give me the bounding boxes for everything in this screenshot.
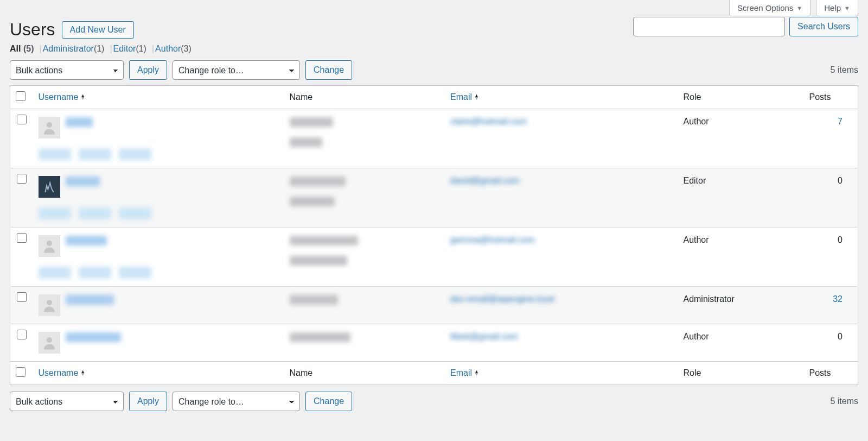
change-role-select[interactable]: Change role to… (173, 60, 300, 80)
role-value: Author (678, 228, 803, 287)
role-value: Author (678, 324, 803, 362)
name-value (290, 236, 358, 245)
posts-value: 0 (838, 176, 843, 185)
sort-icon: ▲▼ (474, 370, 479, 376)
filter-author[interactable]: Author (155, 44, 181, 54)
row-action[interactable] (39, 148, 71, 160)
row-actions (39, 267, 279, 279)
table-row: david@gmail.comEditor0 (10, 168, 858, 228)
select-all-top[interactable] (16, 91, 25, 101)
search-users-input[interactable] (633, 17, 785, 36)
help-tab[interactable]: Help ▼ (816, 0, 858, 16)
col-posts-foot: Posts (804, 362, 858, 385)
email-link[interactable]: claire@hotmail.com (450, 117, 527, 126)
table-row: dev-email@wpengine.localAdministrator32 (10, 287, 858, 324)
sort-icon: ▲▼ (80, 370, 85, 376)
row-actions (39, 148, 279, 160)
help-label: Help (824, 3, 841, 12)
bulk-actions-select-bottom[interactable]: Bulk actions (10, 392, 124, 411)
screen-options-tab[interactable]: Screen Options ▼ (729, 0, 810, 16)
avatar (39, 176, 60, 198)
col-username-sort[interactable]: Username▲▼ (39, 92, 86, 102)
row-action[interactable] (119, 207, 151, 219)
role-value: Administrator (678, 287, 803, 324)
chevron-down-icon: ▼ (844, 5, 850, 11)
role-value: Author (678, 109, 803, 168)
apply-bulk-button[interactable]: Apply (129, 60, 167, 80)
row-checkbox[interactable] (17, 115, 27, 124)
row-action[interactable] (119, 148, 151, 160)
change-role-button[interactable]: Change (305, 60, 352, 80)
avatar (39, 235, 60, 257)
username-link[interactable] (66, 177, 100, 186)
row-checkbox[interactable] (17, 292, 27, 302)
username-link[interactable] (66, 332, 121, 342)
items-count-bottom: 5 items (830, 396, 858, 406)
username-link[interactable] (66, 295, 114, 305)
page-title: Users (10, 20, 55, 40)
filter-editor[interactable]: Editor (113, 44, 136, 54)
username-link[interactable] (66, 236, 107, 245)
screen-options-label: Screen Options (737, 3, 793, 12)
search-users-button[interactable]: Search Users (789, 17, 858, 36)
col-posts: Posts (804, 86, 858, 109)
row-action[interactable] (79, 267, 111, 279)
row-actions (39, 207, 279, 219)
change-role-button-bottom[interactable]: Change (305, 392, 352, 411)
email-link[interactable]: gemma@hotmail.com (450, 235, 535, 244)
posts-link[interactable]: 7 (838, 117, 843, 126)
col-username-sort-foot[interactable]: Username▲▼ (39, 368, 86, 378)
name-extra (290, 256, 347, 266)
select-all-bottom[interactable] (16, 367, 25, 377)
name-extra (290, 137, 322, 147)
email-link[interactable]: dev-email@wpengine.local (450, 294, 554, 304)
svg-point-2 (47, 300, 52, 305)
col-name: Name (284, 86, 445, 109)
col-name-foot: Name (284, 362, 445, 385)
col-email-sort-foot[interactable]: Email▲▼ (450, 368, 479, 378)
name-extra (290, 197, 335, 206)
row-checkbox[interactable] (17, 330, 27, 339)
row-checkbox[interactable] (17, 174, 27, 184)
avatar (39, 117, 60, 138)
table-row: Mark@gmail.comAuthor0 (10, 324, 858, 362)
bulk-actions-select[interactable]: Bulk actions (10, 60, 124, 80)
table-row: gemma@hotmail.comAuthor0 (10, 228, 858, 287)
username-link[interactable] (66, 117, 93, 127)
svg-point-0 (47, 122, 52, 128)
items-count-top: 5 items (830, 65, 858, 75)
avatar (39, 332, 60, 354)
posts-value: 0 (838, 332, 843, 341)
row-action[interactable] (39, 267, 71, 279)
row-action[interactable] (79, 148, 111, 160)
filter-administrator[interactable]: Administrator (43, 44, 94, 54)
svg-point-1 (47, 241, 52, 246)
row-action[interactable] (119, 267, 151, 279)
users-table: Username▲▼ Name Email▲▼ Role Posts clair… (10, 85, 858, 385)
role-value: Editor (678, 168, 803, 228)
col-role: Role (678, 86, 803, 109)
email-link[interactable]: Mark@gmail.com (450, 332, 518, 341)
row-action[interactable] (79, 207, 111, 219)
name-value (290, 117, 333, 127)
row-action[interactable] (39, 207, 71, 219)
sort-icon: ▲▼ (80, 94, 85, 100)
name-value (290, 295, 338, 305)
posts-link[interactable]: 32 (833, 294, 843, 304)
posts-value: 0 (838, 235, 843, 244)
email-link[interactable]: david@gmail.com (450, 176, 519, 185)
name-value (290, 332, 350, 342)
change-role-select-bottom[interactable]: Change role to… (173, 392, 300, 411)
row-checkbox[interactable] (17, 233, 27, 243)
col-email-sort[interactable]: Email▲▼ (450, 92, 479, 102)
filter-all[interactable]: All (5) (10, 44, 34, 54)
chevron-down-icon: ▼ (796, 5, 802, 11)
user-filters: All (5) |Administrator (1) |Editor (1) |… (10, 44, 858, 54)
avatar (39, 294, 60, 316)
svg-point-3 (47, 337, 52, 343)
add-new-user-button[interactable]: Add New User (62, 21, 134, 39)
table-row: claire@hotmail.comAuthor7 (10, 109, 858, 168)
sort-icon: ▲▼ (474, 94, 479, 100)
name-value (290, 177, 346, 186)
apply-bulk-button-bottom[interactable]: Apply (129, 392, 167, 411)
